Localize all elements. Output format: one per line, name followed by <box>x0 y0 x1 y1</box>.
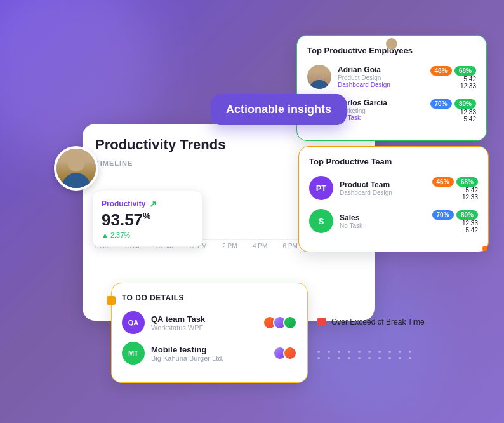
insights-badge-label: Actionable insights <box>226 103 331 116</box>
team-badges: 70% 80% 12:33 5:42 <box>432 208 478 234</box>
todo-indicator <box>107 296 116 305</box>
list-item: S Sales No Task 70% 80% 12:33 5:42 <box>309 208 478 234</box>
badge-efficiency: 68% <box>456 177 478 187</box>
employee-info: Adrian Goia Product Design Dashboard Des… <box>338 65 424 88</box>
employee-role: Product Design <box>338 74 424 81</box>
list-item: PT Product Team Dashboard Design 46% 68%… <box>309 175 478 201</box>
team-avatar-s: S <box>309 209 333 233</box>
avatar-image <box>56 149 96 188</box>
todo-company: Big Kahuna Burger Ltd. <box>151 354 267 362</box>
team-card-title: Top Productive Team <box>309 157 478 166</box>
employee-time: 12:33 5:42 <box>430 109 476 123</box>
todo-avatar-qa: QA <box>122 311 145 334</box>
productivity-value: 93.57% <box>102 210 194 230</box>
todo-info: Mobile testing Big Kahuna Burger Ltd. <box>151 345 267 362</box>
team-time: 5:42 12:33 <box>432 187 478 201</box>
productivity-change: ▲ 2.37% <box>102 231 194 239</box>
team-info: Product Team Dashboard Design <box>340 180 426 196</box>
online-indicator <box>482 246 487 251</box>
todo-member-avatars <box>263 316 297 330</box>
todo-member-avatars <box>273 346 297 360</box>
todo-info: QA team Task Workstatus WPF <box>151 314 256 332</box>
mini-avatar <box>283 346 297 360</box>
badge-efficiency: 68% <box>454 66 476 76</box>
badge-productivity: 48% <box>430 66 452 76</box>
todo-company: Workstatus WPF <box>151 324 256 332</box>
employee-name: Adrian Goia <box>338 65 424 74</box>
team-avatar-pt: PT <box>309 176 333 200</box>
mini-avatar <box>283 316 297 330</box>
todo-card: TO DO DETAILS QA QA team Task Workstatus… <box>111 283 308 383</box>
trend-icon: ↗ <box>149 199 157 209</box>
team-info: Sales No Task <box>340 213 426 229</box>
todo-task-name: Mobile testing <box>151 345 267 354</box>
employee-info: Carlos Garcia Marketing No Task <box>338 98 424 121</box>
badge-productivity: 70% <box>430 99 452 109</box>
badge-efficiency: 80% <box>454 99 476 109</box>
team-name: Product Team <box>340 180 426 189</box>
employee-time: 5:42 12:33 <box>430 76 476 90</box>
legend-color-box <box>317 318 326 326</box>
team-time: 12:33 5:42 <box>432 220 478 234</box>
productivity-mini-card: Productivity ↗ 93.57% ▲ 2.37% <box>92 191 203 247</box>
insights-badge: Actionable insights <box>211 94 347 125</box>
employee-name: Carlos Garcia <box>338 98 424 107</box>
employee-badges: 70% 80% 12:33 5:42 <box>430 97 476 123</box>
list-item: Adrian Goia Product Design Dashboard Des… <box>307 64 476 90</box>
todo-avatar-mt: MT <box>122 342 145 365</box>
productivity-label: Productivity ↗ <box>102 199 194 209</box>
avatar <box>54 146 98 191</box>
employee-avatar <box>307 65 331 89</box>
team-sub: No Task <box>340 222 426 229</box>
todo-card-title: TO DO DETAILS <box>122 293 297 302</box>
employee-link: Dashboard Design <box>338 81 424 88</box>
badge-productivity: 46% <box>432 177 454 187</box>
badge-efficiency: 80% <box>456 210 478 220</box>
employee-badges: 48% 68% 5:42 12:33 <box>430 64 476 90</box>
employee-role: Marketing <box>338 107 424 114</box>
team-card: Top Productive Team PT Product Team Dash… <box>298 146 489 252</box>
list-item: MT Mobile testing Big Kahuna Burger Ltd. <box>122 342 297 365</box>
team-sub: Dashboard Design <box>340 189 426 196</box>
legend-label: Over Exceed of Break Time <box>331 318 425 326</box>
dots-pattern-bottom <box>317 351 415 359</box>
badge-productivity: 70% <box>432 210 454 220</box>
legend: Over Exceed of Break Time <box>317 318 425 326</box>
team-name: Sales <box>340 213 426 222</box>
todo-task-name: QA team Task <box>151 314 256 324</box>
team-badges: 46% 68% 5:42 12:33 <box>432 175 478 201</box>
list-item: QA QA team Task Workstatus WPF <box>122 311 297 334</box>
employee-link: No Task <box>338 114 424 121</box>
